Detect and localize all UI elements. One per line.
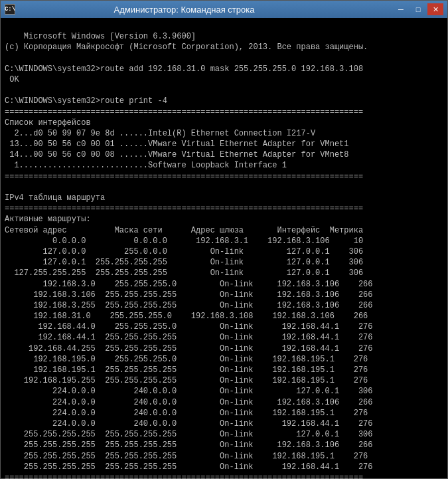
close-button[interactable]: ✕: [427, 3, 443, 15]
minimize-button[interactable]: ─: [393, 3, 409, 15]
titlebar-buttons: ─ □ ✕: [393, 3, 443, 15]
maximize-button[interactable]: □: [410, 3, 426, 15]
cmd-window: C:\ Администратор: Командная строка ─ □ …: [0, 0, 448, 479]
window-title: Администратор: Командная строка: [0, 5, 393, 15]
console-text: Microsoft Windows [Version 6.3.9600] (c)…: [5, 32, 373, 478]
console-output[interactable]: Microsoft Windows [Version 6.3.9600] (c)…: [1, 18, 447, 478]
titlebar: C:\ Администратор: Командная строка ─ □ …: [1, 1, 447, 18]
